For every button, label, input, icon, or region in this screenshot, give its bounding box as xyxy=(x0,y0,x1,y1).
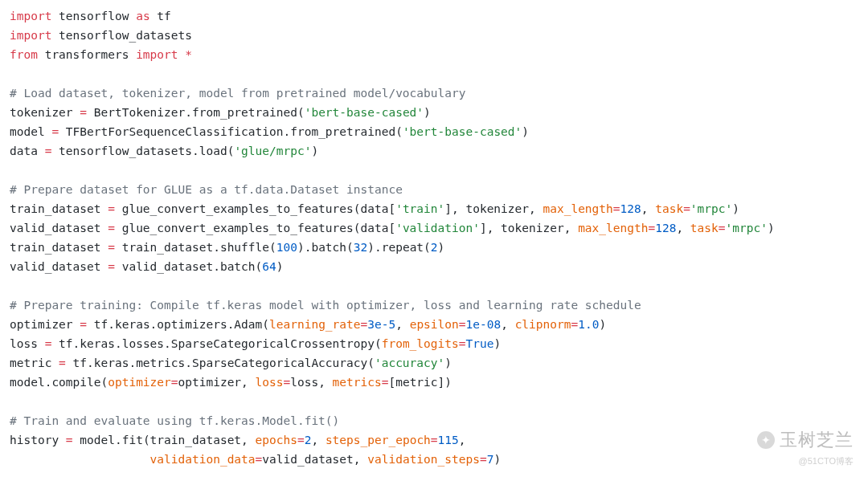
code-token: * xyxy=(185,48,192,61)
code-token: tokenizer xyxy=(10,106,80,119)
code-token: ) xyxy=(522,125,529,138)
code-token: 'mrpc' xyxy=(690,202,732,215)
code-token: 100 xyxy=(276,241,297,254)
code-token: , xyxy=(459,434,466,446)
code-token: = xyxy=(361,318,368,331)
code-line: model.compile(optimizer=optimizer, loss=… xyxy=(10,376,452,389)
code-token: 'mrpc' xyxy=(726,222,768,234)
code-token: True xyxy=(465,337,493,350)
code-token: data xyxy=(10,145,45,157)
code-token: optimizer, xyxy=(178,376,256,389)
code-comment: # Prepare dataset for GLUE as a tf.data.… xyxy=(10,183,403,196)
code-token: as xyxy=(136,10,149,22)
code-token xyxy=(178,48,186,61)
code-token: = xyxy=(571,318,578,331)
code-token: tf.keras.metrics.SparseCategoricalAccura… xyxy=(66,357,375,369)
code-token: valid_dataset xyxy=(10,260,108,273)
code-token: max_length xyxy=(578,222,648,234)
code-token: = xyxy=(256,453,263,466)
code-token: = xyxy=(108,260,115,273)
code-line: history = model.fit(train_dataset, epoch… xyxy=(10,434,466,446)
code-token: TFBertForSequenceClassification.from_pre… xyxy=(59,125,403,138)
code-block: import tensorflow as tf import tensorflo… xyxy=(0,0,868,475)
code-line: # Load dataset, tokenizer, model from pr… xyxy=(10,87,465,100)
code-token: tf.keras.losses.SparseCategoricalCrossen… xyxy=(51,337,381,350)
code-token: ) xyxy=(424,106,431,119)
code-token: import xyxy=(10,10,51,22)
code-line: train_dataset = glue_convert_examples_to… xyxy=(10,202,739,215)
code-token: , xyxy=(501,318,514,331)
code-token: = xyxy=(480,453,487,466)
code-token: ).batch( xyxy=(297,241,354,254)
code-token: ) xyxy=(438,241,445,254)
code-token: , xyxy=(676,222,690,234)
code-token: = xyxy=(80,106,87,119)
code-token: loss xyxy=(256,376,284,389)
code-token: tensorflow_datasets xyxy=(51,29,192,42)
code-token: epochs xyxy=(256,434,297,446)
code-token: epsilon xyxy=(410,318,459,331)
code-token: train_dataset.shuffle( xyxy=(115,241,276,254)
code-token: ) xyxy=(276,260,284,273)
code-token: 115 xyxy=(438,434,459,446)
code-line: import tensorflow as tf xyxy=(10,10,171,22)
code-token: , xyxy=(641,202,655,215)
code-token: validation_steps xyxy=(367,453,480,466)
code-token: tensorflow_datasets.load( xyxy=(51,145,234,157)
code-token: 'validation' xyxy=(395,222,480,234)
code-token: = xyxy=(108,222,115,234)
code-token: task xyxy=(690,222,719,234)
code-token: history xyxy=(10,434,66,446)
code-token: BertTokenizer.from_pretrained( xyxy=(87,106,305,119)
code-token: , xyxy=(311,434,325,446)
code-token: ) xyxy=(768,222,775,234)
code-token: = xyxy=(683,202,690,215)
code-line: loss = tf.keras.losses.SparseCategorical… xyxy=(10,337,501,350)
code-line: data = tensorflow_datasets.load('glue/mr… xyxy=(10,145,318,157)
code-token: from_logits xyxy=(382,337,459,350)
code-line: metric = tf.keras.metrics.SparseCategori… xyxy=(10,357,452,369)
code-token: ) xyxy=(732,202,739,215)
code-token: 'train' xyxy=(395,202,444,215)
code-comment: # Prepare training: Compile tf.keras mod… xyxy=(10,299,641,312)
code-token: train_dataset xyxy=(10,202,108,215)
code-token: ) xyxy=(493,453,501,466)
code-token: 128 xyxy=(655,222,676,234)
code-token: optimizer xyxy=(10,318,80,331)
code-token: [metric]) xyxy=(388,376,452,389)
code-token: ], tokenizer, xyxy=(444,202,542,215)
code-token: 'glue/mrpc' xyxy=(234,145,311,157)
code-token: valid_dataset, xyxy=(262,453,367,466)
code-token: optimizer xyxy=(108,376,171,389)
code-comment: # Train and evaluate using tf.keras.Mode… xyxy=(10,414,339,427)
code-token: tensorflow xyxy=(51,10,136,22)
code-token: ], tokenizer, xyxy=(480,222,578,234)
code-token: valid_dataset xyxy=(10,222,108,234)
code-token: 3e-5 xyxy=(367,318,395,331)
code-token: loss, xyxy=(290,376,332,389)
code-token: learning_rate xyxy=(269,318,361,331)
code-token: 32 xyxy=(354,241,367,254)
code-line: model = TFBertForSequenceClassification.… xyxy=(10,125,529,138)
code-line: # Train and evaluate using tf.keras.Mode… xyxy=(10,414,339,427)
code-token: = xyxy=(719,222,726,234)
code-token: transformers xyxy=(38,48,136,61)
code-token: tf xyxy=(150,10,171,22)
code-token: tf.keras.optimizers.Adam( xyxy=(87,318,269,331)
code-token: 'accuracy' xyxy=(375,357,444,369)
code-token: task xyxy=(655,202,683,215)
code-line: valid_dataset = valid_dataset.batch(64) xyxy=(10,260,283,273)
code-token: = xyxy=(51,125,59,138)
code-token: ) xyxy=(311,145,318,157)
code-token: model.compile( xyxy=(10,376,108,389)
code-token: train_dataset xyxy=(10,241,108,254)
code-token: = xyxy=(59,357,66,369)
code-line: from transformers import * xyxy=(10,48,192,61)
code-token: 'bert-base-cased' xyxy=(403,125,522,138)
code-token: import xyxy=(136,48,178,61)
code-token: = xyxy=(66,434,73,446)
code-line: validation_data=valid_dataset, validatio… xyxy=(10,453,501,466)
code-token: ) xyxy=(493,337,501,350)
code-token: model xyxy=(10,125,51,138)
code-token: clipnorm xyxy=(515,318,571,331)
